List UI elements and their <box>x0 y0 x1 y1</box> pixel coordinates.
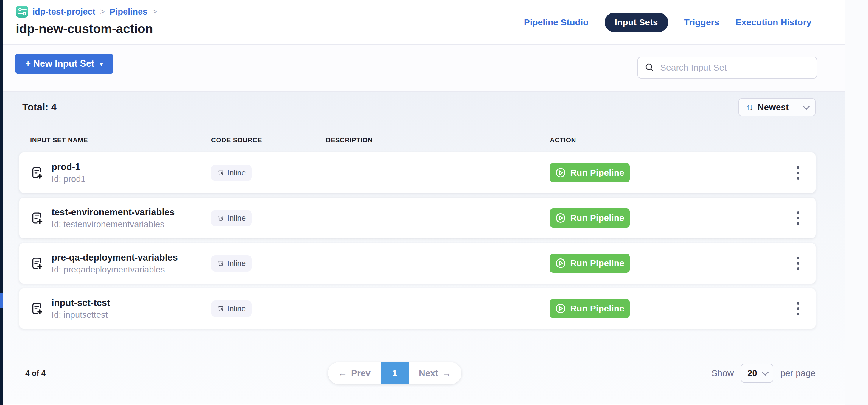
input-set-name: input-set-test <box>52 298 110 308</box>
play-icon <box>555 258 566 269</box>
arrow-left-icon: ← <box>338 368 347 378</box>
table-row[interactable]: input-set-test Id: inputsettest Inline <box>19 288 815 329</box>
table-row[interactable]: pre-qa-deployment-variables Id: preqadep… <box>19 243 815 283</box>
kebab-icon <box>797 166 800 169</box>
tab-execution-history[interactable]: Execution History <box>736 17 811 27</box>
code-source-badge: Inline <box>211 255 252 272</box>
pagination-row: 4 of 4 ← Prev 1 Next → Show 20 <box>19 360 815 386</box>
pipelines-logo-icon <box>16 5 28 18</box>
breadcrumb-project-link[interactable]: idp-test-project <box>32 7 95 17</box>
sidebar-active-indicator <box>0 293 3 308</box>
input-set-id: Id: testenvironementvariables <box>52 219 175 229</box>
row-menu-button[interactable] <box>792 298 805 319</box>
arrow-right-icon: → <box>442 368 451 378</box>
play-icon <box>555 213 566 223</box>
sort-value: Newest <box>757 102 798 112</box>
input-set-icon <box>30 166 44 180</box>
run-pipeline-button[interactable]: Run Pipeline <box>550 254 630 273</box>
play-icon <box>555 167 566 178</box>
pipeline-tabs: Pipeline Studio Input Sets Triggers Exec… <box>524 0 811 45</box>
right-gutter <box>845 0 868 405</box>
tab-pipeline-studio[interactable]: Pipeline Studio <box>524 17 589 27</box>
run-pipeline-button[interactable]: Run Pipeline <box>550 299 630 318</box>
inline-store-icon <box>217 214 224 222</box>
row-menu-button[interactable] <box>792 207 805 229</box>
table-row[interactable]: prod-1 Id: prod1 Inline <box>19 153 815 193</box>
action-cell: Run Pipeline <box>550 163 780 182</box>
inline-store-icon <box>217 305 224 312</box>
new-input-set-button[interactable]: + New Input Set ▾ <box>15 54 113 74</box>
breadcrumb-separator: > <box>152 7 158 17</box>
chevron-down-icon <box>762 369 769 376</box>
kebab-icon <box>797 257 800 259</box>
code-source-badge: Inline <box>211 301 252 317</box>
input-set-id: Id: prod1 <box>52 174 86 184</box>
sort-dropdown[interactable]: ↑↓ Newest <box>738 98 815 116</box>
kebab-icon <box>797 302 800 305</box>
code-source-badge: Inline <box>211 210 252 226</box>
code-source-badge: Inline <box>211 165 252 181</box>
row-menu-button[interactable] <box>792 162 805 184</box>
play-icon <box>555 303 566 314</box>
action-cell: Run Pipeline <box>550 299 780 318</box>
kebab-icon <box>797 212 800 214</box>
main-panel: idp-test-project > Pipelines > idp-new-c… <box>3 0 845 405</box>
tab-triggers[interactable]: Triggers <box>684 17 719 27</box>
pagination-count: 4 of 4 <box>19 369 45 378</box>
pagination-pill: ← Prev 1 Next → <box>328 362 461 384</box>
page-header: idp-test-project > Pipelines > idp-new-c… <box>3 0 845 45</box>
run-pipeline-button[interactable]: Run Pipeline <box>550 163 630 182</box>
input-set-name-cell: input-set-test Id: inputsettest <box>30 298 211 320</box>
input-set-name-cell: pre-qa-deployment-variables Id: preqadep… <box>30 252 211 275</box>
input-set-icon <box>30 302 44 315</box>
input-set-icon <box>30 211 44 225</box>
table-body: prod-1 Id: prod1 Inline <box>19 153 815 329</box>
code-source-cell: Inline <box>211 210 326 226</box>
input-set-name: pre-qa-deployment-variables <box>52 252 178 263</box>
inline-store-icon <box>217 260 224 267</box>
list-meta-row: Total: 4 ↑↓ Newest <box>19 92 815 116</box>
sort-icon: ↑↓ <box>746 102 752 112</box>
total-count-label: Total: 4 <box>22 101 57 113</box>
input-sets-list: Total: 4 ↑↓ Newest INPUT SET NAME CODE S… <box>3 92 845 404</box>
page-size-control: Show 20 per page <box>711 364 815 383</box>
inline-store-icon <box>217 169 224 176</box>
table-header-row: INPUT SET NAME CODE SOURCE DESCRIPTION A… <box>19 136 815 144</box>
code-source-cell: Inline <box>211 165 326 181</box>
breadcrumb-pipelines-link[interactable]: Pipelines <box>110 7 148 17</box>
page-1-button[interactable]: 1 <box>381 362 409 384</box>
run-pipeline-button[interactable]: Run Pipeline <box>550 209 630 227</box>
search-input[interactable] <box>660 63 810 73</box>
next-page-button[interactable]: Next → <box>409 362 461 384</box>
input-set-name-cell: test-environement-variables Id: testenvi… <box>30 207 211 229</box>
tab-input-sets[interactable]: Input Sets <box>605 12 668 32</box>
prev-page-button[interactable]: ← Prev <box>328 362 381 384</box>
input-set-name-cell: prod-1 Id: prod1 <box>30 162 211 184</box>
search-icon <box>645 63 655 73</box>
new-input-set-label: + New Input Set <box>25 58 94 69</box>
input-set-id: Id: preqadeploymentvariables <box>52 265 178 275</box>
caret-down-icon: ▾ <box>100 59 103 68</box>
action-cell: Run Pipeline <box>550 254 780 273</box>
input-set-icon <box>30 256 44 270</box>
show-label: Show <box>711 368 734 378</box>
breadcrumb-separator: > <box>99 7 105 17</box>
chevron-down-icon <box>803 103 810 110</box>
page-size-select[interactable]: 20 <box>741 364 773 383</box>
code-source-cell: Inline <box>211 301 326 317</box>
column-header-code-source: CODE SOURCE <box>211 136 326 144</box>
page-title: idp-new-custom-action <box>16 22 153 36</box>
toolbar: + New Input Set ▾ <box>3 45 845 92</box>
search-box <box>638 57 817 79</box>
row-menu-button[interactable] <box>792 252 805 274</box>
column-header-description: DESCRIPTION <box>326 136 550 144</box>
input-set-id: Id: inputsettest <box>52 310 110 320</box>
collapsed-sidebar[interactable] <box>0 0 3 405</box>
input-set-name: test-environement-variables <box>52 207 175 218</box>
per-page-label: per page <box>780 368 815 378</box>
screen: idp-test-project > Pipelines > idp-new-c… <box>0 0 868 405</box>
input-set-name: prod-1 <box>52 162 86 173</box>
table-row[interactable]: test-environement-variables Id: testenvi… <box>19 198 815 238</box>
column-header-action: ACTION <box>550 136 780 144</box>
code-source-cell: Inline <box>211 255 326 272</box>
